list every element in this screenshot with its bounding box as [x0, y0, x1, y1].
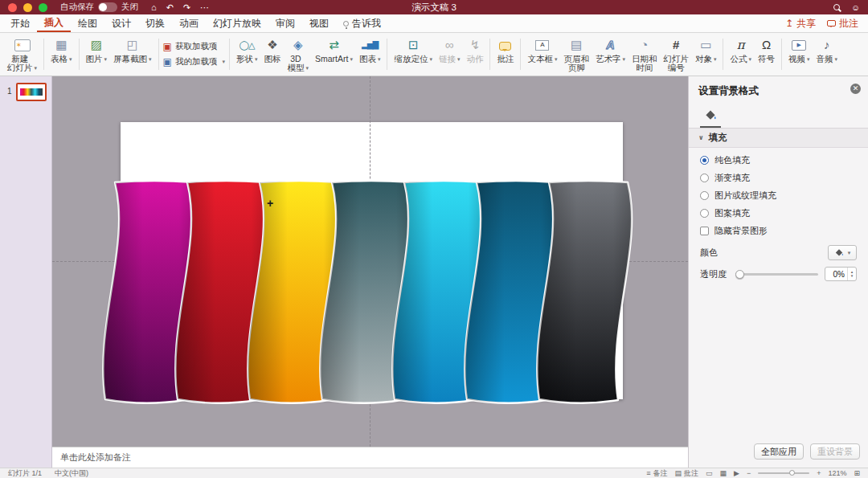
- redo-icon[interactable]: ↷: [183, 2, 190, 13]
- slider-knob[interactable]: [735, 270, 744, 279]
- fullscreen-window-button[interactable]: [39, 3, 47, 12]
- pattern-fill-option[interactable]: 图案填充: [700, 207, 857, 219]
- tab-slideshow[interactable]: 幻灯片放映: [206, 14, 268, 32]
- action-button[interactable]: ↯ 动作: [463, 35, 486, 74]
- home-icon[interactable]: ⌂: [151, 2, 157, 13]
- search-icon[interactable]: [833, 4, 840, 10]
- notes-toggle[interactable]: ≡备注: [646, 468, 667, 478]
- language-status[interactable]: 中文(中国): [55, 468, 88, 478]
- notes-pane[interactable]: 单击此处添加备注: [52, 447, 688, 468]
- link-label: 链接: [439, 55, 456, 63]
- zoom-out-icon[interactable]: −: [747, 469, 751, 477]
- transparency-slider[interactable]: [736, 273, 818, 276]
- chevron-down-icon: ▾: [104, 55, 108, 63]
- header-footer-button[interactable]: ▤ 页眉和 页脚: [560, 35, 592, 74]
- comments-button[interactable]: 批注: [827, 17, 858, 31]
- more-commands-icon[interactable]: ⋯: [200, 2, 209, 13]
- comments-toggle[interactable]: ▤批注: [674, 468, 698, 478]
- tab-home[interactable]: 开始: [3, 14, 37, 32]
- slide-ribbons-svg[interactable]: [52, 76, 688, 447]
- object-button[interactable]: ▭ 对象▾: [692, 35, 720, 74]
- tab-review[interactable]: 审阅: [268, 14, 302, 32]
- tab-insert[interactable]: 插入: [37, 14, 71, 32]
- tab-tellme[interactable]: 告诉我: [336, 14, 388, 32]
- fit-slide-icon[interactable]: ⊞: [854, 469, 860, 477]
- transparency-label: 透明度: [700, 268, 727, 280]
- audio-icon: ♪: [824, 37, 830, 53]
- chevron-down-icon: ▾: [35, 64, 38, 72]
- action-icon: ↯: [470, 37, 481, 53]
- link-button[interactable]: ∞ 链接▾: [436, 35, 464, 74]
- slide-number-button[interactable]: # 幻灯片 编号: [660, 35, 692, 74]
- picture-fill-option[interactable]: 图片或纹理填充: [700, 190, 857, 202]
- format-background-panel: 设置背景格式 ✕ ∨ 填充 纯色填充: [688, 76, 868, 468]
- stepper-arrows-icon[interactable]: ▴▾: [847, 268, 856, 280]
- tab-transitions[interactable]: 切换: [138, 14, 172, 32]
- minimize-window-button[interactable]: [23, 3, 32, 12]
- 3d-models-label: 3D 模型: [287, 55, 304, 72]
- shapes-icon: ◯△: [240, 37, 255, 53]
- gradient-fill-option[interactable]: 渐变填充: [700, 172, 857, 184]
- reset-background-button[interactable]: 重设背景: [810, 443, 860, 460]
- fill-tab[interactable]: [700, 108, 721, 128]
- new-slide-button[interactable]: 新建 幻灯片▾: [4, 35, 40, 74]
- tab-draw[interactable]: 绘图: [71, 14, 104, 32]
- ribbon-group-divider: [158, 39, 159, 70]
- pictures-button[interactable]: ▨ 图片▾: [83, 35, 111, 74]
- get-addins-label: 获取加载项: [175, 41, 218, 52]
- normal-view-icon[interactable]: ▭: [706, 469, 713, 477]
- fill-section-header[interactable]: ∨ 填充: [689, 129, 868, 148]
- table-button[interactable]: ▦ 表格▾: [47, 35, 76, 74]
- chart-button[interactable]: ▂▅▇ 图表▾: [356, 35, 384, 74]
- feedback-smiley-icon[interactable]: ☺: [851, 2, 860, 12]
- get-addins-button[interactable]: ▣ 获取加载项: [163, 41, 225, 52]
- chevron-down-icon: ∨: [698, 134, 704, 141]
- 3d-models-button[interactable]: ◈ 3D 模型▾: [284, 35, 312, 74]
- color-picker-button[interactable]: ▾: [828, 245, 857, 260]
- equation-icon: π: [737, 37, 745, 53]
- close-panel-icon[interactable]: ✕: [850, 84, 861, 94]
- editor-area: + 单击此处添加备注: [52, 76, 688, 468]
- chevron-down-icon: ▾: [69, 55, 72, 63]
- apply-to-all-button[interactable]: 全部应用: [754, 443, 804, 460]
- solid-fill-option[interactable]: 纯色填充: [700, 154, 857, 166]
- video-button[interactable]: ▶ 视频▾: [785, 35, 813, 74]
- autosave-toggle[interactable]: [98, 2, 117, 12]
- hide-background-option[interactable]: 隐藏背景图形: [700, 225, 857, 237]
- slideshow-view-icon[interactable]: ▶: [734, 469, 739, 477]
- undo-icon[interactable]: ↶: [166, 2, 174, 13]
- zoom-slider-knob[interactable]: [789, 470, 795, 476]
- notes-placeholder[interactable]: 单击此处添加备注: [60, 451, 131, 464]
- zoom-in-icon[interactable]: +: [817, 469, 821, 477]
- equation-button[interactable]: π 公式▾: [727, 35, 755, 74]
- share-button[interactable]: ↥共享: [785, 17, 816, 31]
- chevron-down-icon: ▾: [149, 55, 152, 63]
- new-comment-button[interactable]: 批注: [493, 35, 517, 74]
- slide-sorter-view-icon[interactable]: ▦: [719, 469, 727, 477]
- close-window-button[interactable]: [8, 3, 17, 12]
- audio-button[interactable]: ♪ 音频▾: [813, 35, 841, 74]
- object-icon: ▭: [700, 37, 711, 53]
- symbol-button[interactable]: Ω 符号: [755, 35, 778, 74]
- icons-button[interactable]: ❖ 图标: [260, 35, 284, 74]
- chevron-down-icon: ▾: [305, 64, 309, 72]
- screenshot-button[interactable]: ◰ 屏幕截图▾: [110, 35, 155, 74]
- zoom-level[interactable]: 121%: [828, 469, 846, 477]
- date-time-button[interactable]: ◔ 日期和 时间: [628, 35, 661, 74]
- my-addins-button[interactable]: ▣ 我的加载项 ▾: [163, 56, 225, 67]
- slide-thumbnail[interactable]: [16, 83, 47, 101]
- text-box-button[interactable]: A 文本框▾: [524, 35, 560, 74]
- slide-number-icon: #: [673, 37, 679, 53]
- tab-animations[interactable]: 动画: [172, 14, 206, 32]
- wordart-button[interactable]: A 艺术字▾: [592, 35, 628, 74]
- zoom-slider[interactable]: [758, 472, 809, 474]
- tab-view[interactable]: 视图: [302, 14, 336, 32]
- comments-group: 批注: [491, 35, 519, 74]
- shapes-button[interactable]: ◯△ 形状▾: [233, 35, 261, 74]
- tab-design[interactable]: 设计: [104, 14, 138, 32]
- slide-canvas[interactable]: +: [52, 76, 688, 447]
- transparency-value-field[interactable]: 0% ▴▾: [825, 267, 857, 281]
- smartart-button[interactable]: ⇄ SmartArt▾: [312, 35, 356, 74]
- ribbon-group-divider: [520, 39, 521, 70]
- zoom-sections-button[interactable]: ⊡ 缩放定位▾: [391, 35, 436, 74]
